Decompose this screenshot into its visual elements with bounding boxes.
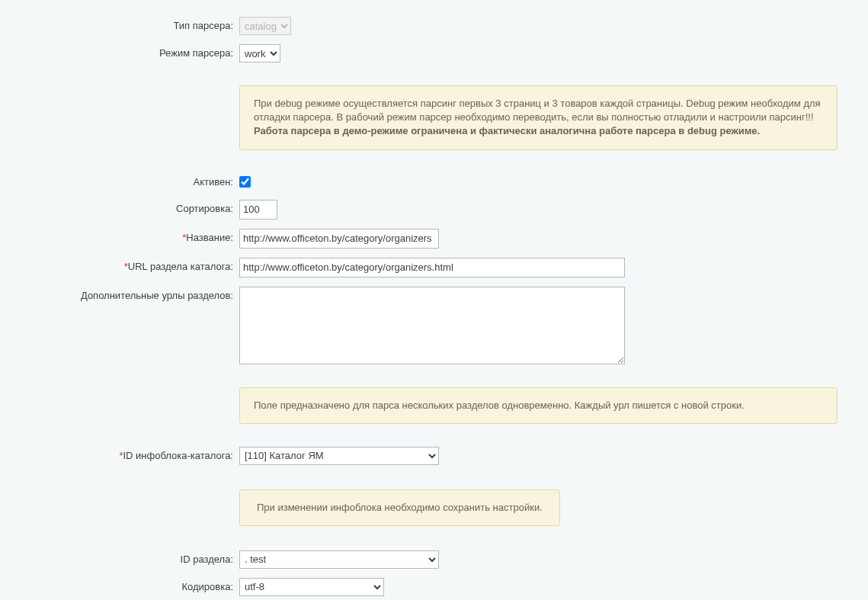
iblock-id-select[interactable]: [110] Каталог ЯМ	[239, 447, 439, 465]
row-parser-mode: Режим парсера: work	[0, 40, 868, 67]
row-additional-urls-note: Поле предназначено для парса нескольких …	[0, 381, 868, 430]
row-section-id: ID раздела: . test	[0, 546, 868, 573]
label-parser-mode: Режим парсера:	[0, 43, 239, 63]
row-url-section: *URL раздела каталога:	[0, 253, 868, 282]
debug-mode-note: При debug режиме осуществляется парсинг …	[239, 85, 838, 150]
label-section-id: ID раздела:	[0, 549, 239, 570]
row-active: Активен:	[0, 168, 868, 195]
encoding-select[interactable]: utf-8	[239, 578, 384, 596]
additional-urls-note: Поле предназначено для парса нескольких …	[239, 387, 838, 424]
name-input[interactable]	[239, 229, 439, 249]
label-active: Активен:	[0, 172, 239, 192]
parser-settings-form: Тип парсера: catalog Режим парсера: work…	[0, 12, 868, 600]
label-iblock-id: ID инфоблока-каталога:	[123, 450, 233, 461]
label-sort: Сортировка:	[0, 198, 239, 219]
parser-type-select: catalog	[239, 17, 291, 35]
debug-note-text: При debug режиме осуществляется парсинг …	[254, 98, 821, 123]
parser-mode-select[interactable]: work	[239, 44, 280, 63]
section-id-select[interactable]: . test	[239, 550, 439, 569]
label-url-section: URL раздела каталога:	[128, 261, 233, 272]
row-parser-type: Тип парсера: catalog	[0, 12, 868, 40]
additional-urls-textarea[interactable]	[239, 287, 625, 364]
row-name: *Название:	[0, 224, 868, 253]
row-debug-note: При debug режиме осуществляется парсинг …	[0, 79, 868, 156]
row-additional-urls: Дополнительные урлы разделов:	[0, 282, 868, 369]
label-encoding: Кодировка:	[0, 576, 239, 597]
row-sort: Сортировка:	[0, 195, 868, 224]
sort-input[interactable]	[239, 200, 277, 220]
row-iblock-id: *ID инфоблока-каталога: [110] Каталог ЯМ	[0, 442, 868, 470]
iblock-note: При изменении инфоблока необходимо сохра…	[239, 489, 560, 526]
row-encoding: Кодировка: utf-8	[0, 573, 868, 600]
label-parser-type: Тип парсера:	[0, 15, 239, 36]
url-section-input[interactable]	[239, 258, 625, 278]
row-iblock-note: При изменении инфоблока необходимо сохра…	[0, 482, 868, 534]
active-checkbox[interactable]	[239, 176, 251, 188]
label-additional-urls: Дополнительные урлы разделов:	[0, 285, 239, 306]
debug-note-bold: Работа парсера в демо-режиме ограничена …	[254, 125, 760, 136]
label-name: Название:	[186, 232, 233, 243]
